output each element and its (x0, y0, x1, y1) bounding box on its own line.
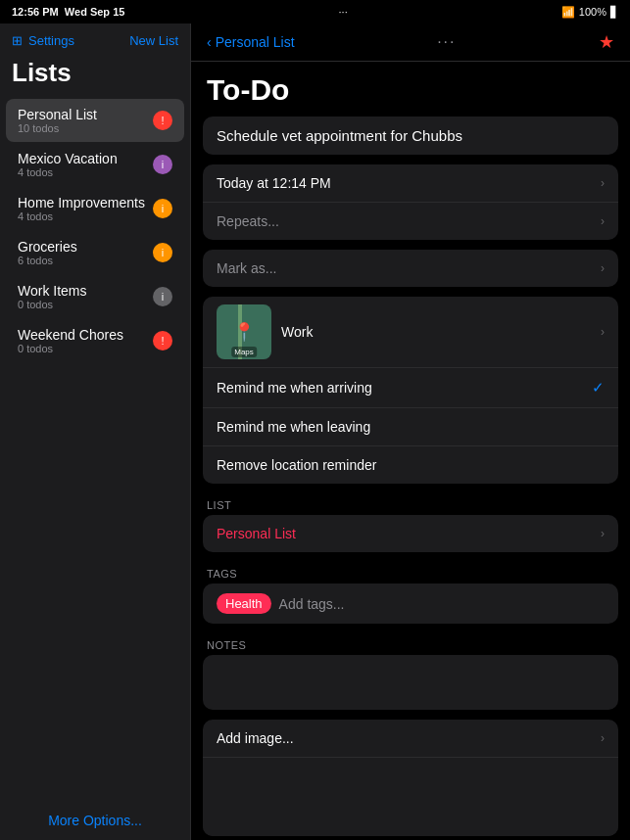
remind-leaving-text: Remind me when leaving (217, 419, 370, 435)
mark-as-row[interactable]: Mark as... › (203, 250, 618, 287)
sidebar: ⊞ Settings New List Lists Personal List … (0, 23, 191, 840)
back-button[interactable]: ‹ Personal List (207, 34, 295, 50)
remove-location-row[interactable]: Remove location reminder (203, 446, 618, 484)
remove-location-text: Remove location reminder (217, 457, 376, 473)
main-header: ‹ Personal List ··· ★ (191, 23, 630, 62)
add-image-chevron-icon: › (601, 731, 605, 745)
health-tag[interactable]: Health (217, 593, 271, 614)
list-chevron-icon: › (601, 527, 605, 540)
notes-section-label: NOTES (203, 633, 618, 655)
back-label: Personal List (216, 34, 295, 50)
dots-menu-button[interactable]: ··· (437, 33, 456, 51)
list-item-weekend-chores[interactable]: Weekend Chores 0 todos ! (6, 319, 184, 362)
remind-arriving-text: Remind me when arriving (217, 380, 372, 396)
notes-input[interactable] (217, 665, 605, 696)
date-row[interactable]: Today at 12:14 PM › (203, 164, 618, 203)
map-pin-icon: 📍 (233, 321, 255, 343)
sidebar-title: Lists (0, 54, 190, 98)
repeats-chevron-icon: › (601, 214, 605, 228)
badge-groceries: i (153, 243, 172, 262)
date-chevron-icon: › (601, 176, 605, 190)
status-time: 12:56 PM Wed Sep 15 (12, 6, 124, 18)
repeats-text: Repeats... (217, 213, 279, 229)
list-section: Personal List › (203, 515, 618, 552)
list-item-work-items[interactable]: Work Items 0 todos i (6, 275, 184, 318)
task-title-text: Schedule vet appointment for Chubbs (217, 127, 462, 144)
settings-button[interactable]: Settings (28, 33, 74, 48)
status-icons: 📶 100% ▋ (561, 6, 618, 19)
remind-leaving-row[interactable]: Remind me when leaving (203, 408, 618, 446)
add-image-section: Add image... › (203, 720, 618, 836)
mark-as-section: Mark as... › (203, 250, 618, 287)
tags-section[interactable]: Health Add tags... (203, 583, 618, 624)
tags-section-label: TAGS (203, 562, 618, 583)
badge-mexico-vacation: i (153, 155, 172, 174)
repeats-row[interactable]: Repeats... › (203, 203, 618, 240)
add-tags-text[interactable]: Add tags... (279, 596, 345, 612)
todo-title: To-Do (203, 62, 618, 117)
app-container: ⊞ Settings New List Lists Personal List … (0, 23, 630, 840)
checkmark-arriving-icon: ✓ (592, 379, 605, 397)
list-value-text: Personal List (217, 526, 296, 541)
list-item-mexico-vacation[interactable]: Mexico Vacation 4 todos i (6, 143, 184, 186)
mark-as-text: Mark as... (217, 260, 276, 276)
map-row[interactable]: 📍 Maps Work › (203, 297, 618, 368)
badge-weekend-chores: ! (153, 331, 172, 350)
badge-work-items: i (153, 287, 172, 306)
maps-label: Maps (231, 347, 257, 357)
notes-section[interactable] (203, 655, 618, 710)
new-list-button[interactable]: New List (129, 33, 178, 48)
back-chevron-icon: ‹ (207, 34, 212, 50)
map-chevron-icon: › (601, 325, 605, 339)
battery-icon: ▋ (610, 6, 618, 19)
add-image-row[interactable]: Add image... › (203, 720, 618, 758)
sidebar-header: ⊞ Settings New List (0, 23, 190, 54)
star-button[interactable]: ★ (599, 31, 614, 53)
map-location-text: Work (281, 324, 313, 340)
status-dots: ··· (339, 6, 348, 18)
main-content: ‹ Personal List ··· ★ To-Do Schedule vet… (191, 23, 630, 840)
list-item-personal-list[interactable]: Personal List 10 todos ! (6, 99, 184, 142)
remind-arriving-row[interactable]: Remind me when arriving ✓ (203, 368, 618, 408)
list-item-home-improvements[interactable]: Home Improvements 4 todos i (6, 187, 184, 230)
add-image-area[interactable] (203, 758, 618, 836)
date-text: Today at 12:14 PM (217, 175, 331, 191)
main-body: To-Do Schedule vet appointment for Chubb… (191, 62, 630, 840)
wifi-icon: 📶 (561, 6, 575, 19)
sidebar-grid-icon[interactable]: ⊞ (12, 33, 23, 48)
badge-personal-list: ! (153, 111, 172, 130)
list-section-label: LIST (203, 493, 618, 515)
task-title-section: Schedule vet appointment for Chubbs (203, 117, 618, 155)
status-bar: 12:56 PM Wed Sep 15 ··· 📶 100% ▋ (0, 0, 630, 23)
mark-as-chevron-icon: › (601, 261, 605, 275)
sidebar-list: Personal List 10 todos ! Mexico Vacation… (0, 98, 190, 805)
map-thumbnail: 📍 Maps (217, 304, 271, 359)
add-image-text: Add image... (217, 730, 294, 746)
badge-home-improvements: i (153, 199, 172, 218)
list-value-row[interactable]: Personal List › (203, 515, 618, 552)
task-title-row[interactable]: Schedule vet appointment for Chubbs (203, 117, 618, 155)
battery-text: 100% (579, 6, 606, 18)
location-section: 📍 Maps Work › Remind me when arriving ✓ … (203, 297, 618, 484)
list-item-groceries[interactable]: Groceries 6 todos i (6, 231, 184, 274)
date-repeats-section: Today at 12:14 PM › Repeats... › (203, 164, 618, 240)
more-options-button[interactable]: More Options... (0, 805, 190, 840)
